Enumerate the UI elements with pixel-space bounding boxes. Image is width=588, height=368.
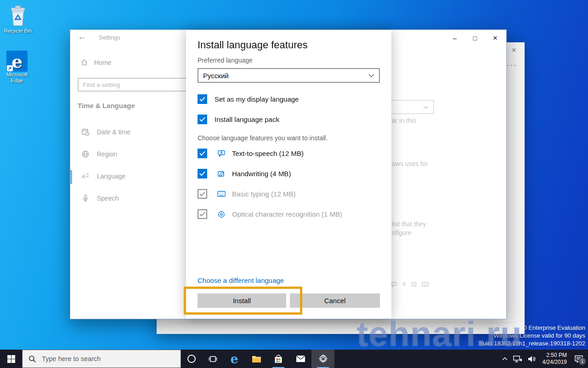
find-setting-searchbox[interactable] — [78, 78, 193, 92]
cancel-button[interactable]: Cancel — [290, 293, 380, 308]
cascade-edge-line — [175, 322, 514, 323]
set-display-language-row[interactable]: Set as my display language — [198, 94, 299, 104]
cortana-icon — [187, 354, 196, 363]
language-feature-icons-row — [390, 281, 429, 288]
sidebar-item-label: Date & time — [97, 128, 130, 136]
checkbox-label: Install language pack — [215, 115, 279, 123]
sidebar-section-title: Time & Language — [78, 102, 135, 109]
edge-shortcut[interactable]: e Microsoft Edge — [1, 51, 33, 84]
microphone-icon — [401, 281, 407, 288]
checkbox-checked[interactable] — [198, 149, 207, 158]
checkbox-checked[interactable] — [198, 115, 207, 124]
network-icon[interactable] — [510, 350, 525, 368]
chevron-down-icon — [423, 105, 429, 109]
action-center-button[interactable]: 1 — [570, 350, 588, 368]
maximize-button[interactable]: □ — [465, 32, 485, 45]
feature-label: Basic typing (12 MB) — [232, 190, 295, 198]
feature-row-basic-typing[interactable]: Basic typing (12 MB) — [198, 189, 295, 199]
dialog-title: Install language features — [198, 39, 308, 51]
mail-button[interactable] — [289, 350, 311, 368]
install-highlight-annotation — [184, 287, 302, 315]
page-text-fragment: list that they — [392, 220, 426, 228]
page-text-fragment: nfigure — [392, 229, 412, 236]
volume-icon[interactable] — [525, 350, 540, 368]
store-button[interactable] — [267, 350, 289, 368]
store-icon — [274, 354, 283, 364]
window-title: Settings — [99, 34, 120, 41]
cortana-button[interactable] — [181, 350, 202, 368]
notification-badge: 1 — [578, 357, 586, 365]
checkbox-checked-disabled — [198, 209, 207, 219]
ocr-icon — [217, 210, 226, 218]
taskbar-edge-button[interactable]: e — [223, 350, 245, 368]
back-icon[interactable]: ← — [78, 32, 86, 42]
feature-label: Optical character recognition (1 MB) — [232, 210, 342, 218]
features-intro-text: Choose language features you want to ins… — [198, 134, 328, 142]
sidebar-item-label: Language — [97, 172, 125, 180]
close-button[interactable]: × — [485, 32, 505, 45]
mail-icon — [296, 355, 305, 362]
feature-row-handwriting[interactable]: Handwriting (4 MB) — [198, 169, 291, 178]
date-time-icon — [81, 128, 90, 136]
file-explorer-icon — [252, 355, 261, 363]
desktop: Windows 10 Enterprise Evaluation Windows… — [0, 0, 588, 368]
windows-logo-icon — [7, 355, 15, 363]
microphone-icon — [81, 194, 90, 202]
bg-window-more-icon[interactable]: ··· — [507, 61, 517, 70]
task-view-button[interactable] — [202, 350, 223, 368]
preferred-language-dropdown[interactable]: Русский — [198, 68, 380, 83]
tray-time: 2:50 PM — [546, 352, 567, 359]
page-text-fragment: ar in this — [392, 117, 416, 124]
feature-label: Handwriting (4 MB) — [232, 170, 291, 178]
find-setting-input[interactable] — [79, 79, 201, 91]
sidebar-item-speech[interactable]: Speech — [81, 194, 119, 202]
sidebar-item-language[interactable]: A Language — [81, 172, 125, 180]
tray-clock[interactable]: 2:50 PM 4/24/2019 — [540, 350, 570, 368]
taskbar: e 2:50 PM 4 — [0, 350, 588, 368]
start-button[interactable] — [0, 350, 22, 368]
gear-icon — [318, 354, 328, 364]
recycle-bin-shortcut[interactable]: Recycle Bin — [2, 4, 34, 34]
choose-different-language-link[interactable]: Choose a different language — [198, 276, 284, 284]
taskbar-search[interactable] — [22, 350, 181, 368]
page-text-fragment: ows uses for — [392, 160, 428, 167]
install-language-pack-row[interactable]: Install language pack — [198, 115, 279, 124]
system-tray: 2:50 PM 4/24/2019 1 — [499, 350, 588, 368]
feature-row-text-to-speech[interactable]: Text-to-speech (12 MB) — [198, 149, 304, 158]
recycle-bin-icon — [7, 4, 28, 27]
edge-icon: e — [230, 353, 238, 365]
text-to-speech-icon — [217, 150, 226, 158]
language-icon: A — [81, 172, 90, 180]
bg-window-close-icon[interactable]: × — [511, 45, 516, 55]
edge-icon: e — [6, 51, 28, 72]
feature-label: Text-to-speech (12 MB) — [232, 150, 304, 157]
preferred-language-label: Preferred language — [198, 57, 253, 64]
sidebar-item-home[interactable]: Home — [80, 58, 111, 66]
keyboard-icon — [217, 190, 226, 197]
settings-window: – □ × ← Settings Home Time & Language — [70, 29, 507, 319]
sidebar-item-label: Home — [94, 59, 111, 66]
speech-bubble-icon — [390, 281, 397, 288]
tray-date: 4/24/2019 — [543, 359, 567, 366]
task-view-icon — [209, 355, 217, 363]
sidebar-item-date-time[interactable]: Date & time — [81, 128, 130, 136]
file-explorer-button[interactable] — [245, 350, 267, 368]
handwriting-icon — [411, 281, 418, 288]
checkbox-checked-disabled — [198, 189, 207, 199]
sidebar-item-label: Region — [97, 150, 117, 158]
preferred-language-value: Русский — [203, 72, 229, 80]
checkbox-label: Set as my display language — [215, 95, 299, 103]
settings-taskbar-button[interactable] — [311, 350, 334, 368]
selected-item-accent-bar — [70, 170, 72, 184]
tray-chevron-up-icon[interactable] — [499, 350, 510, 368]
taskbar-search-input[interactable] — [41, 355, 162, 363]
svg-text:A: A — [82, 173, 85, 180]
handwriting-icon — [217, 170, 226, 178]
caption-buttons: – □ × — [445, 32, 505, 45]
minimize-button[interactable]: – — [445, 32, 465, 45]
sidebar-item-region[interactable]: Region — [81, 150, 117, 158]
checkbox-checked[interactable] — [198, 169, 207, 178]
feature-row-ocr[interactable]: Optical character recognition (1 MB) — [198, 209, 342, 219]
evaluation-watermark-line: Build 18362.19h1_release.190318-1202 — [479, 339, 585, 347]
checkbox-checked[interactable] — [198, 94, 207, 104]
